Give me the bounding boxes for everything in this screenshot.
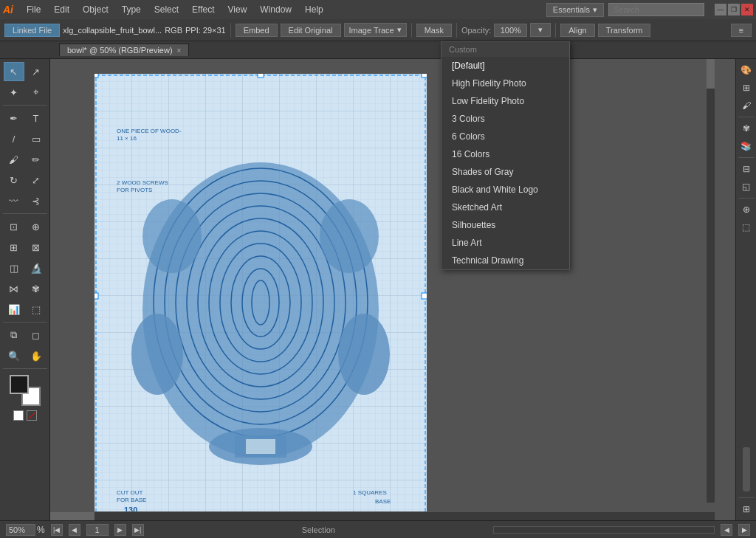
line-tool[interactable]: / [4,129,24,148]
status-scroll-left[interactable]: ◀ [721,524,732,536]
menu-object[interactable]: Object [77,3,114,16]
slice-tool[interactable]: ⧉ [4,325,24,345]
transform-button[interactable]: Transform [598,24,651,37]
status-scroll-right[interactable]: ▶ [738,524,750,536]
shape-builder-tool[interactable]: ⊕ [26,217,47,236]
dropdown-item-line-art[interactable]: Line Art [441,234,569,252]
foreground-color-swatch[interactable] [10,375,29,394]
menu-select[interactable]: Select [148,3,185,16]
dropdown-item-sketched-art[interactable]: Sketched Art [441,199,569,216]
pencil-tool[interactable]: ✏ [26,150,47,169]
menu-view[interactable]: View [222,3,253,16]
panel-btn-3[interactable]: 🖌 [738,97,755,114]
panel-btn-7[interactable]: ◱ [738,179,755,195]
horizontal-scrollbar[interactable] [50,511,715,520]
warp-tool[interactable]: 〰 [4,191,24,210]
mask-button[interactable]: Mask [416,24,452,37]
essentials-button[interactable]: Essentials ▾ [546,3,604,17]
embed-button[interactable]: Embed [236,24,278,37]
mesh-tool[interactable]: ⊠ [26,238,47,257]
perspective-tool[interactable]: ⊞ [4,238,24,257]
magic-wand-tool[interactable]: ✦ [4,83,24,102]
panel-btn-2[interactable]: ⊞ [738,80,755,96]
panel-options-button[interactable]: ≡ [731,24,752,37]
free-transform-tool[interactable]: ⊡ [4,217,24,236]
menu-edit[interactable]: Edit [48,3,75,16]
dropdown-item-3-colors[interactable]: 3 Colors [441,110,569,128]
dropdown-item-bw-logo[interactable]: Black and White Logo [441,181,569,199]
none-color-icon[interactable] [27,410,37,421]
scrollbar-thumb-v[interactable] [707,59,715,89]
panel-btn-4[interactable]: ✾ [738,120,755,137]
menu-help[interactable]: Help [299,3,329,16]
document-tab[interactable]: bowl* @ 50% (RGB/Preview) × [59,44,189,56]
panel-btn-6[interactable]: ⊟ [738,161,755,177]
canvas-area[interactable]: ONE PIECE OF WOOD- 11 × 16 2 WOOD SCREWS… [50,59,735,520]
panel-btn-5[interactable]: 📚 [738,138,755,154]
align-button[interactable]: Align [560,24,594,37]
dropdown-item-high-fidelity[interactable]: High Fidelity Photo [441,75,569,92]
zoom-tool[interactable]: 🔍 [4,346,24,365]
default-colors-icon[interactable] [13,410,24,421]
dropdown-item-low-fidelity[interactable]: Low Fidelity Photo [441,92,569,110]
panel-btn-9[interactable]: ⬚ [738,219,755,235]
dropdown-item-silhouettes[interactable]: Silhouettes [441,216,569,234]
svg-rect-20 [246,439,275,454]
graph-tool[interactable]: 📊 [4,300,24,319]
selection-tool[interactable]: ↖ [4,62,24,81]
rect-tool[interactable]: ▭ [26,129,47,148]
gradient-tool[interactable]: ◫ [4,258,24,277]
tool-divider-4 [3,368,47,369]
menu-file[interactable]: File [21,3,47,16]
tool-row-12: 📊 ⬚ [4,300,47,319]
nav-first-btn[interactable]: |◀ [51,524,63,536]
dropdown-item-default[interactable]: [Default] [441,57,569,75]
opacity-dropdown-btn[interactable]: ▾ [530,23,551,37]
eyedropper-tool[interactable]: 🔬 [26,258,47,277]
dropdown-item-6-colors[interactable]: 6 Colors [441,128,569,145]
pen-tool[interactable]: ✒ [4,108,24,128]
menu-type[interactable]: Type [116,3,147,16]
menu-window[interactable]: Window [254,3,298,16]
image-trace-dropdown[interactable]: Image Trace ▾ [344,23,407,37]
dropdown-item-shades-gray[interactable]: Shades of Gray [441,163,569,181]
panel-btn-8[interactable]: ⊕ [738,201,755,218]
close-button[interactable]: ✕ [741,4,753,15]
zoom-input[interactable] [6,524,35,536]
dropdown-item-technical[interactable]: Technical Drawing [441,252,569,269]
status-scrollbar[interactable] [493,526,715,534]
rotate-tool[interactable]: ↻ [4,170,24,190]
artboard-tool[interactable]: ⬚ [26,300,47,319]
edit-original-button[interactable]: Edit Original [281,24,341,37]
hand-tool[interactable]: ✋ [26,346,47,365]
paintbrush-tool[interactable]: 🖌 [4,150,24,169]
panel-expand-btn[interactable]: ⊞ [738,501,755,517]
svg-rect-37 [94,293,98,299]
symbol-tool[interactable]: ✾ [26,279,47,298]
opacity-input[interactable] [494,24,527,37]
blend-tool[interactable]: ⋈ [4,279,24,298]
vertical-scrollbar[interactable] [706,59,715,503]
scale-tool[interactable]: ⤢ [26,170,47,190]
eraser-tool[interactable]: ◻ [26,325,47,345]
menu-effect[interactable]: Effect [186,3,220,16]
minimize-button[interactable]: — [715,4,726,15]
lasso-tool[interactable]: ⌖ [26,83,47,102]
panel-btn-1[interactable]: 🎨 [738,62,755,78]
dropdown-item-16-colors[interactable]: 16 Colors [441,145,569,163]
tool-divider-3 [3,322,47,323]
width-tool[interactable]: ⊰ [26,191,47,210]
nav-prev-btn[interactable]: ◀ [69,524,80,536]
restore-button[interactable]: ❐ [728,4,740,15]
nav-next-btn[interactable]: ▶ [114,524,126,536]
tab-close-button[interactable]: × [177,46,182,55]
page-input[interactable] [86,524,109,536]
nav-last-btn[interactable]: ▶| [132,524,144,536]
linked-file-button[interactable]: Linked File [4,24,60,37]
scrollbar-thumb-h[interactable] [50,512,94,520]
panel-scrollbar[interactable] [743,447,750,492]
type-tool[interactable]: T [26,108,47,128]
search-input[interactable] [608,3,704,16]
direct-selection-tool[interactable]: ↗ [26,62,47,81]
separator [230,23,231,38]
